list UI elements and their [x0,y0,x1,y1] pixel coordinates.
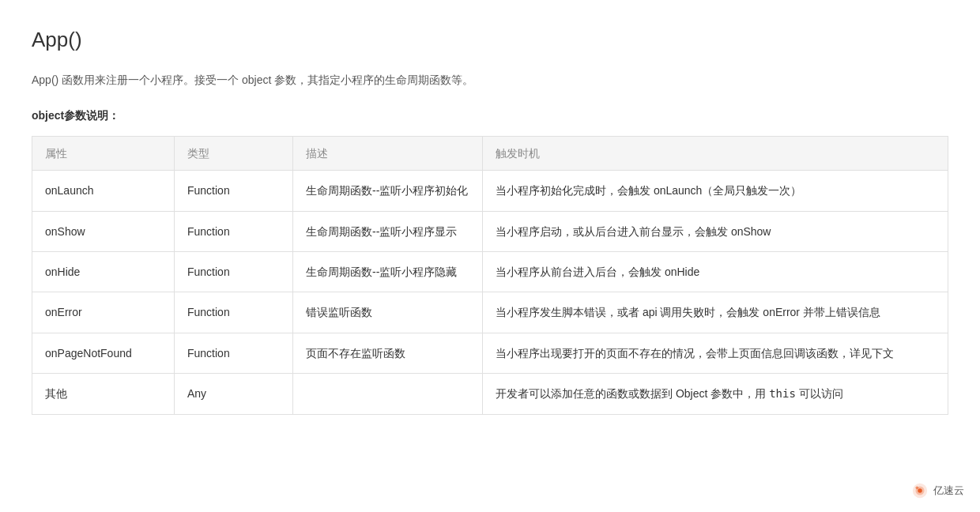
table-row: onErrorFunction错误监听函数当小程序发生脚本错误，或者 api 调… [32,292,948,333]
svg-point-3 [916,487,919,490]
cell-trigger: 当小程序初始化完成时，会触发 onLaunch（全局只触发一次） [483,171,948,211]
cell-type: Function [175,211,293,251]
cell-property: 其他 [32,374,175,414]
page-title: App() [32,24,948,57]
cell-trigger: 当小程序从前台进入后台，会触发 onHide [483,251,948,292]
params-table: 属性 类型 描述 触发时机 onLaunchFunction生命周期函数--监听… [32,136,948,415]
cell-trigger: 当小程序出现要打开的页面不存在的情况，会带上页面信息回调该函数，详见下文 [483,333,948,373]
cell-desc: 错误监听函数 [293,292,483,333]
svg-point-2 [918,488,922,493]
table-row: onLaunchFunction生命周期函数--监听小程序初始化当小程序初始化完… [32,171,948,211]
logo-text: 亿速云 [933,483,964,499]
col-header-property: 属性 [32,136,175,170]
cell-trigger: 当小程序启动，或从后台进入前台显示，会触发 onShow [483,211,948,251]
cell-desc: 生命周期函数--监听小程序隐藏 [293,251,483,292]
cell-property: onHide [32,251,175,292]
cell-trigger: 开发者可以添加任意的函数或数据到 Object 参数中，用 this 可以访问 [483,374,948,414]
cell-desc: 页面不存在监听函数 [293,333,483,373]
cell-type: Function [175,333,293,373]
cell-type: Function [175,292,293,333]
col-header-type: 类型 [175,136,293,170]
table-row: onShowFunction生命周期函数--监听小程序显示当小程序启动，或从后台… [32,211,948,251]
col-header-desc: 描述 [293,136,483,170]
cell-trigger: 当小程序发生脚本错误，或者 api 调用失败时，会触发 onError 并带上错… [483,292,948,333]
logo-area: 亿速云 [911,482,964,499]
table-row: onHideFunction生命周期函数--监听小程序隐藏当小程序从前台进入后台… [32,251,948,292]
cell-type: Any [175,374,293,414]
cell-desc: 生命周期函数--监听小程序初始化 [293,171,483,211]
table-header-row: 属性 类型 描述 触发时机 [32,136,948,170]
cell-property: onShow [32,211,175,251]
cell-desc [293,374,483,414]
cell-property: onPageNotFound [32,333,175,373]
cell-type: Function [175,171,293,211]
table-row: 其他Any开发者可以添加任意的函数或数据到 Object 参数中，用 this … [32,374,948,414]
page-description: App() 函数用来注册一个小程序。接受一个 object 参数，其指定小程序的… [32,71,948,90]
table-row: onPageNotFoundFunction页面不存在监听函数当小程序出现要打开… [32,333,948,373]
col-header-trigger: 触发时机 [483,136,948,170]
cell-desc: 生命周期函数--监听小程序显示 [293,211,483,251]
cell-property: onLaunch [32,171,175,211]
cell-property: onError [32,292,175,333]
section-title: object参数说明： [32,107,948,124]
logo-icon [911,482,929,499]
cell-type: Function [175,251,293,292]
